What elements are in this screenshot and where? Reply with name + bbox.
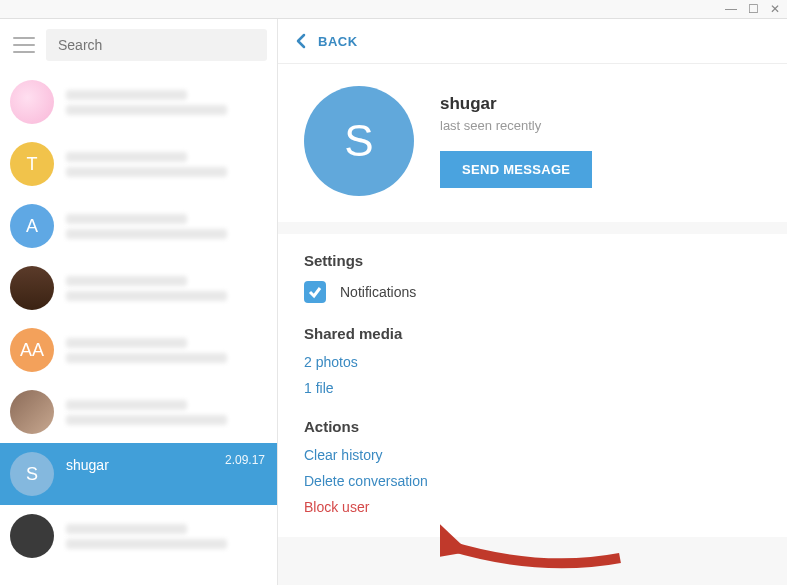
- avatar: [10, 80, 54, 124]
- avatar: [10, 266, 54, 310]
- chat-item-selected[interactable]: S shugar 2.09.17: [0, 443, 277, 505]
- checkbox-checked-icon: [304, 281, 326, 303]
- back-label: BACK: [318, 34, 358, 49]
- shared-photos-link[interactable]: 2 photos: [304, 354, 761, 370]
- settings-title: Settings: [304, 252, 761, 269]
- close-button[interactable]: ✕: [769, 3, 781, 15]
- chat-item[interactable]: [0, 257, 277, 319]
- shared-media-title: Shared media: [304, 325, 761, 342]
- profile-avatar[interactable]: S: [304, 86, 414, 196]
- delete-conversation-link[interactable]: Delete conversation: [304, 473, 761, 489]
- chat-item[interactable]: [0, 505, 277, 567]
- avatar: A: [10, 204, 54, 248]
- avatar: [10, 514, 54, 558]
- maximize-button[interactable]: ☐: [747, 3, 759, 15]
- shared-file-link[interactable]: 1 file: [304, 380, 761, 396]
- settings-section: Settings Notifications Shared media 2 ph…: [278, 234, 787, 537]
- avatar: [10, 390, 54, 434]
- send-message-button[interactable]: SEND MESSAGE: [440, 151, 592, 188]
- chat-item[interactable]: A: [0, 195, 277, 257]
- avatar: T: [10, 142, 54, 186]
- back-button[interactable]: BACK: [278, 19, 787, 64]
- avatar: S: [10, 452, 54, 496]
- window-titlebar: — ☐ ✕: [0, 0, 787, 19]
- notifications-label: Notifications: [340, 284, 416, 300]
- profile-card: S shugar last seen recently SEND MESSAGE: [278, 64, 787, 222]
- main-panel: BACK S shugar last seen recently SEND ME…: [278, 19, 787, 585]
- profile-name: shugar: [440, 94, 592, 114]
- minimize-button[interactable]: —: [725, 3, 737, 15]
- sidebar: T A AA S shugar: [0, 19, 278, 585]
- chat-list: T A AA S shugar: [0, 71, 277, 585]
- block-user-link[interactable]: Block user: [304, 499, 761, 515]
- profile-status: last seen recently: [440, 118, 592, 133]
- chat-item[interactable]: AA: [0, 319, 277, 381]
- search-input[interactable]: [46, 29, 267, 61]
- menu-icon[interactable]: [10, 35, 38, 55]
- avatar: AA: [10, 328, 54, 372]
- clear-history-link[interactable]: Clear history: [304, 447, 761, 463]
- chat-preview: [66, 476, 267, 491]
- chevron-left-icon: [296, 33, 306, 49]
- chat-item[interactable]: T: [0, 133, 277, 195]
- actions-title: Actions: [304, 418, 761, 435]
- chat-item[interactable]: [0, 71, 277, 133]
- chat-time: 2.09.17: [225, 453, 265, 467]
- notifications-toggle[interactable]: Notifications: [304, 281, 761, 303]
- chat-item[interactable]: [0, 381, 277, 443]
